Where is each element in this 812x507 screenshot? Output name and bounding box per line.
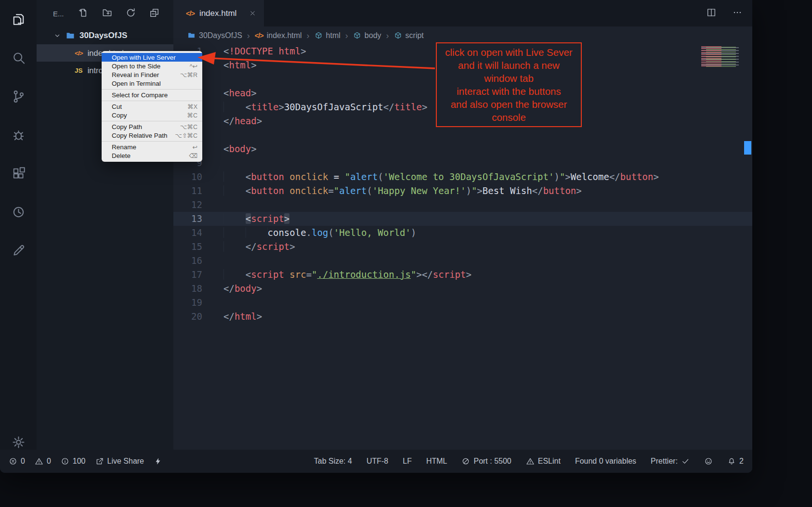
menu-item-shortcut: ⌫ [189, 152, 197, 159]
code-line-14[interactable]: 14 console.log('Hello, World') [173, 226, 752, 240]
activity-bar-item-run-and-debug[interactable] [0, 116, 37, 154]
status-text: Prettier: [651, 457, 678, 466]
code-line-12[interactable]: 12 [173, 198, 752, 212]
menu-separator [102, 141, 202, 142]
annotation-line: interact with the buttons [438, 85, 580, 98]
status-item-found-variables[interactable]: Found 0 variables [575, 457, 636, 466]
refresh-icon [125, 7, 136, 18]
status-item-live-server-port[interactable]: Port : 5500 [461, 457, 511, 466]
menu-item-cut[interactable]: Cut⌘X [102, 102, 202, 111]
code-line-19[interactable]: 19 [173, 296, 752, 310]
explorer-action-new-file[interactable] [78, 7, 89, 20]
menu-item-copy-relative-path[interactable]: Copy Relative Path⌥⇧⌘C [102, 131, 202, 140]
breadcrumb: 30DaysOfJS›</>index.html›html›body›scrip… [173, 26, 752, 44]
menu-separator [102, 101, 202, 101]
status-item-prettier[interactable]: Prettier: [651, 457, 690, 466]
code-line-18[interactable]: 18</body> [173, 282, 752, 296]
breadcrumb-item-body[interactable]: body [353, 31, 381, 40]
code-line-9[interactable]: 9 [173, 156, 752, 170]
line-content: </html> [223, 310, 262, 324]
minimap[interactable] [701, 46, 742, 67]
line-content: <body> [223, 142, 257, 156]
status-item-tab-size[interactable]: Tab Size: 4 [314, 457, 352, 466]
tab-index-html[interactable]: </>index.html [173, 0, 264, 26]
status-item-language-mode[interactable]: HTML [426, 457, 447, 466]
activity-bar-item-source-control[interactable] [0, 77, 37, 116]
breadcrumb-item-html[interactable]: html [314, 31, 341, 40]
code-line-10[interactable]: 10 <button onclick = "alert('Welcome to … [173, 170, 752, 184]
menu-item-select-for-compare[interactable]: Select for Compare [102, 91, 202, 99]
menu-item-open-with-live-server[interactable]: Open with Live Server [102, 53, 202, 62]
explorer-action-collapse-all[interactable] [149, 7, 160, 20]
html-file-icon: </> [75, 50, 83, 57]
menu-item-rename[interactable]: Rename↩ [102, 143, 202, 151]
status-item-live-share[interactable]: Live Share [95, 457, 144, 466]
collapse-all-icon [149, 7, 160, 18]
explorer-action-refresh[interactable] [125, 7, 136, 20]
code-line-15[interactable]: 15 </script> [173, 240, 752, 254]
menu-item-reveal-in-finder[interactable]: Reveal in Finder⌥⌘R [102, 70, 202, 79]
breadcrumb-item-30daysofjs[interactable]: 30DaysOfJS [187, 31, 242, 40]
annotation-line: and also open the browser [438, 98, 580, 111]
activity-bar-item-extensions[interactable] [0, 154, 37, 193]
editor-action-more-actions[interactable] [732, 7, 743, 20]
menu-item-copy-path[interactable]: Copy Path⌥⌘C [102, 122, 202, 131]
line-content: <script src="./introduction.js"></script… [223, 268, 471, 282]
menu-item-shortcut: ⌘C [187, 112, 197, 119]
menu-item-label: Cut [112, 103, 122, 110]
annotation-line: click on open with Live Sever [438, 46, 580, 59]
status-item-feedback-smiley[interactable] [704, 457, 713, 466]
code-line-13[interactable]: 13 <script> [173, 212, 752, 226]
status-item-eol[interactable]: LF [403, 457, 412, 466]
status-item-info[interactable]: 100 [61, 457, 86, 466]
status-item-errors[interactable]: 0 [9, 457, 25, 466]
code-line-17[interactable]: 17 <script src="./introduction.js"></scr… [173, 268, 752, 282]
activity-bar-item-edit-session[interactable] [0, 231, 37, 270]
warning-icon [35, 457, 43, 466]
menu-item-shortcut: ⌥⌘C [180, 123, 197, 130]
line-number: 17 [173, 268, 202, 282]
menu-item-copy[interactable]: Copy⌘C [102, 111, 202, 119]
menu-item-label: Open to the Side [112, 63, 160, 70]
annotation-box: click on open with Live Severand it will… [436, 42, 582, 127]
status-item-lightning[interactable] [154, 457, 162, 466]
breadcrumb-item-index-html[interactable]: </>index.html [255, 31, 302, 40]
line-number: 20 [173, 310, 202, 324]
activity-bar-item-history[interactable] [0, 193, 37, 231]
tab-label: index.html [199, 9, 236, 18]
menu-item-open-in-terminal[interactable]: Open in Terminal [102, 79, 202, 88]
status-item-notifications[interactable]: 2 [727, 457, 744, 466]
extensions-icon [11, 166, 26, 181]
workspace-folder-row[interactable]: 30DaysOfJS [37, 27, 173, 44]
line-content: <button onclick = "alert('Welcome to 30D… [223, 170, 659, 184]
files-icon [11, 12, 26, 27]
status-text: HTML [426, 457, 447, 466]
code-line-20[interactable]: 20</html> [173, 310, 752, 324]
lightning-icon [154, 457, 162, 466]
code-line-7[interactable]: 7 [173, 128, 752, 142]
activity-bar-item-search[interactable] [0, 39, 37, 77]
status-item-eslint[interactable]: ESLint [526, 457, 561, 466]
menu-item-delete[interactable]: Delete⌫ [102, 151, 202, 160]
menu-item-open-to-the-side[interactable]: Open to the Side^↩ [102, 62, 202, 70]
status-text: Live Share [107, 457, 144, 466]
editor-action-split-editor[interactable] [706, 7, 717, 20]
warning-icon [526, 457, 535, 466]
status-item-encoding[interactable]: UTF-8 [367, 457, 388, 466]
bug-icon [11, 128, 26, 143]
breadcrumb-item-script[interactable]: script [394, 31, 424, 40]
code-line-8[interactable]: 8<body> [173, 142, 752, 156]
breadcrumb-label: body [365, 31, 381, 40]
status-item-warnings[interactable]: 0 [35, 457, 51, 466]
line-content: </body> [223, 282, 262, 296]
close-icon[interactable] [249, 10, 256, 17]
explorer-action-new-folder[interactable] [102, 7, 113, 20]
code-line-11[interactable]: 11 <button onclick="alert('Happy New Yea… [173, 184, 752, 198]
activity-bar-item-explorer[interactable] [0, 0, 37, 39]
code-line-16[interactable]: 16 [173, 254, 752, 268]
activity-bar-items [0, 0, 37, 270]
line-content: console.log('Hello, World') [223, 226, 416, 240]
line-number: 16 [173, 254, 202, 268]
menu-item-label: Open in Terminal [112, 80, 161, 87]
overview-ruler-marker [744, 141, 751, 155]
